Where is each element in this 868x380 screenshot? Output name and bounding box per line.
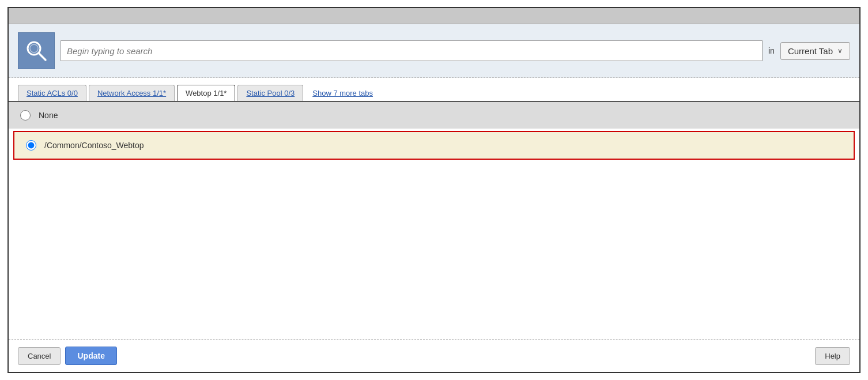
svg-line-1 (39, 53, 46, 60)
tab-network-access[interactable]: Network Access 1/1* (89, 85, 175, 101)
update-button[interactable]: Update (65, 347, 116, 365)
tab-webtop[interactable]: Webtop 1/1* (177, 85, 235, 101)
help-button[interactable]: Help (815, 347, 850, 365)
svg-point-2 (30, 44, 38, 52)
content-area: None /Common/Contoso_Webtop (9, 102, 859, 339)
tabs-row: Static ACLs 0/0 Network Access 1/1* Webt… (9, 78, 859, 102)
radio-contoso[interactable] (26, 140, 36, 151)
show-more-tabs-link[interactable]: Show 7 more tabs (308, 85, 378, 101)
chevron-down-icon: ∨ (837, 47, 843, 55)
content-spacer (9, 162, 859, 339)
tab-static-acls[interactable]: Static ACLs 0/0 (18, 85, 86, 101)
bottom-bar: Cancel Update Help (9, 339, 859, 372)
cancel-button[interactable]: Cancel (18, 347, 61, 365)
radio-none[interactable] (20, 110, 31, 121)
search-icon-box (18, 32, 55, 69)
search-icon (25, 39, 48, 62)
current-tab-label: Current Tab (788, 46, 833, 56)
option-none-label[interactable]: None (39, 111, 58, 120)
title-bar (9, 8, 859, 24)
tab-static-pool[interactable]: Static Pool 0/3 (237, 85, 303, 101)
dialog-container: in Current Tab ∨ Static ACLs 0/0 Network… (7, 7, 861, 373)
in-label: in (768, 46, 775, 55)
current-tab-dropdown[interactable]: Current Tab ∨ (780, 42, 850, 60)
option-contoso-row: /Common/Contoso_Webtop (13, 131, 855, 160)
option-contoso-label[interactable]: /Common/Contoso_Webtop (44, 141, 144, 150)
option-none-row: None (9, 102, 859, 129)
search-row: in Current Tab ∨ (9, 24, 859, 78)
search-input[interactable] (61, 40, 763, 61)
